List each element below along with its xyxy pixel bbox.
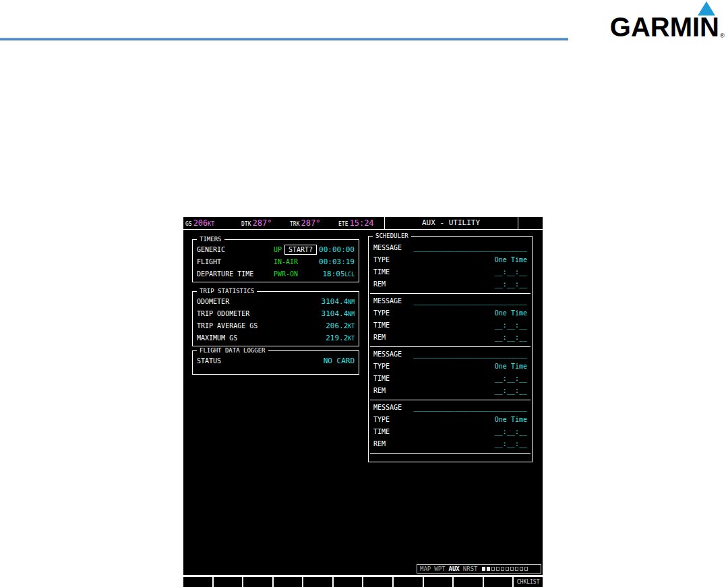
flight-timer-value: 00:03:19 bbox=[319, 256, 355, 268]
scheduler-message-label: MESSAGE bbox=[373, 350, 402, 358]
scheduler-time-row: TIME__:__:__ bbox=[370, 319, 530, 332]
page-group-wpt[interactable]: WPT bbox=[434, 565, 445, 572]
logger-status-label: STATUS bbox=[197, 357, 221, 365]
scheduler-entry-1: MESSAGE____________________________ TYPE… bbox=[370, 241, 530, 294]
trk-value: 287° bbox=[301, 217, 320, 229]
softkey-1[interactable] bbox=[183, 577, 212, 587]
scheduler-message-field[interactable]: ____________________________ bbox=[413, 348, 527, 361]
scheduler-rem-label: REM bbox=[373, 280, 386, 288]
scheduler-type-label: TYPE bbox=[373, 416, 390, 423]
flight-timer-label: FLIGHT bbox=[197, 258, 221, 266]
page-box bbox=[487, 567, 490, 571]
logger-status-value: NO CARD bbox=[324, 355, 355, 367]
scheduler-entry-3: MESSAGE____________________________ TYPE… bbox=[370, 347, 530, 400]
trip-statistics-title: TRIP STATISTICS bbox=[197, 288, 257, 295]
trip-average-gs-value: 206.2KT bbox=[326, 320, 355, 333]
scheduler-rem-field[interactable]: __:__:__ bbox=[495, 278, 527, 290]
generic-timer-value: 00:00:00 bbox=[319, 244, 355, 256]
page-box bbox=[520, 567, 523, 571]
odometer-row: ODOMETER 3104.4NM bbox=[193, 296, 359, 308]
scheduler-type-label: TYPE bbox=[373, 256, 390, 264]
flight-data-logger-panel: FLIGHT DATA LOGGER STATUS NO CARD bbox=[192, 350, 359, 375]
scheduler-rem-field[interactable]: __:__:__ bbox=[495, 438, 527, 450]
page-group-bar: MAP WPT AUX NRST bbox=[417, 564, 541, 574]
timers-panel: TIMERS GENERIC UP START? 00:00:00 FLIGHT… bbox=[192, 239, 359, 282]
odometer-label: ODOMETER bbox=[197, 298, 229, 305]
scheduler-rem-label: REM bbox=[373, 387, 386, 394]
page-box bbox=[491, 567, 495, 571]
softkey-9[interactable] bbox=[424, 577, 453, 587]
trip-statistics-panel: TRIP STATISTICS ODOMETER 3104.4NM TRIP O… bbox=[192, 291, 359, 346]
page-group-map[interactable]: MAP bbox=[420, 565, 431, 572]
dtk-value: 287° bbox=[252, 217, 272, 229]
softkey-5[interactable] bbox=[303, 577, 332, 587]
trip-average-gs-label: TRIP AVERAGE GS bbox=[197, 322, 257, 330]
page-group-aux[interactable]: AUX bbox=[449, 565, 460, 572]
scheduler-message-row: MESSAGE____________________________ bbox=[370, 402, 530, 414]
trip-average-gs-row: TRIP AVERAGE GS 206.2KT bbox=[193, 320, 359, 332]
scheduler-rem-field[interactable]: __:__:__ bbox=[495, 332, 527, 344]
scheduler-type-label: TYPE bbox=[373, 309, 390, 317]
trk-field: TRK 287° bbox=[290, 217, 320, 229]
softkey-3[interactable] bbox=[243, 577, 272, 587]
dtk-label: DTK bbox=[241, 218, 251, 230]
header-rule bbox=[0, 38, 568, 40]
scheduler-rem-row: REM__:__:__ bbox=[370, 438, 530, 450]
maximum-gs-row: MAXIMUM GS 219.2KT bbox=[193, 332, 359, 344]
softkey-7[interactable] bbox=[363, 577, 392, 587]
departure-time-row: DEPARTURE TIME PWR-ON 18:05LCL bbox=[193, 268, 359, 280]
softkey-6[interactable] bbox=[334, 577, 363, 587]
scheduler-time-row: TIME__:__:__ bbox=[370, 266, 530, 278]
scheduler-time-label: TIME bbox=[373, 321, 390, 329]
softkey-4[interactable] bbox=[274, 577, 303, 587]
scheduler-time-row: TIME__:__:__ bbox=[370, 373, 530, 385]
trk-label: TRK bbox=[290, 218, 299, 230]
scheduler-type-field[interactable]: One Time bbox=[495, 414, 527, 426]
flight-data-logger-title: FLIGHT DATA LOGGER bbox=[197, 347, 268, 354]
odometer-value: 3104.4NM bbox=[322, 296, 355, 309]
softkey-12[interactable]: CHKLIST bbox=[514, 577, 543, 587]
scheduler-message-field[interactable]: ____________________________ bbox=[413, 295, 527, 307]
gs-unit: KT bbox=[208, 221, 214, 227]
scheduler-time-field[interactable]: __:__:__ bbox=[495, 266, 527, 278]
softkey-11[interactable] bbox=[484, 577, 513, 587]
maximum-gs-label: MAXIMUM GS bbox=[197, 334, 237, 342]
page-box bbox=[510, 567, 514, 571]
scheduler-time-label: TIME bbox=[373, 268, 390, 276]
garmin-logo-text: GARMIN bbox=[610, 13, 719, 40]
scheduler-time-field[interactable]: __:__:__ bbox=[495, 319, 527, 332]
scheduler-panel: SCHEDULER MESSAGE_______________________… bbox=[368, 236, 533, 462]
garmin-logo: GARMIN ® bbox=[578, 1, 725, 40]
mfd-display: GS 206KT DTK 287° TRK 287° ETE 15:24 AUX… bbox=[183, 217, 543, 575]
ete-label: ETE bbox=[338, 218, 348, 230]
page-box bbox=[482, 567, 485, 571]
trip-odometer-row: TRIP ODOMETER 3104.4NM bbox=[193, 308, 359, 320]
softkey-8[interactable] bbox=[394, 577, 423, 587]
timers-title: TIMERS bbox=[197, 236, 224, 243]
scheduler-time-field[interactable]: __:__:__ bbox=[495, 373, 527, 385]
scheduler-rem-row: REM__:__:__ bbox=[370, 278, 530, 290]
scheduler-title: SCHEDULER bbox=[373, 233, 411, 240]
page-group-nrst[interactable]: NRST bbox=[463, 565, 478, 572]
scheduler-type-row: TYPEOne Time bbox=[370, 414, 530, 426]
softkey-10[interactable] bbox=[454, 577, 483, 587]
generic-timer-direction: UP bbox=[274, 244, 282, 256]
scheduler-type-field[interactable]: One Time bbox=[495, 307, 527, 319]
scheduler-message-field[interactable]: ____________________________ bbox=[413, 402, 527, 414]
page-box bbox=[515, 567, 518, 571]
scheduler-message-field[interactable]: ____________________________ bbox=[413, 242, 527, 254]
scheduler-rem-label: REM bbox=[373, 334, 386, 341]
gs-value: 206KT bbox=[193, 217, 214, 230]
scheduler-type-field[interactable]: One Time bbox=[495, 361, 527, 373]
scheduler-type-field[interactable]: One Time bbox=[495, 254, 527, 266]
scheduler-type-row: TYPEOne Time bbox=[370, 361, 530, 373]
timer-start-button[interactable]: START? bbox=[284, 245, 317, 255]
generic-timer-label: GENERIC bbox=[197, 246, 225, 253]
softkey-2[interactable] bbox=[214, 577, 243, 587]
gs-field: GS 206KT bbox=[185, 217, 214, 229]
scheduler-rem-field[interactable]: __:__:__ bbox=[495, 385, 527, 397]
scheduler-type-row: TYPEOne Time bbox=[370, 254, 530, 266]
scheduler-rem-label: REM bbox=[373, 440, 386, 447]
scheduler-time-field[interactable]: __:__:__ bbox=[495, 426, 527, 438]
departure-time-mode: PWR-ON bbox=[274, 268, 298, 280]
